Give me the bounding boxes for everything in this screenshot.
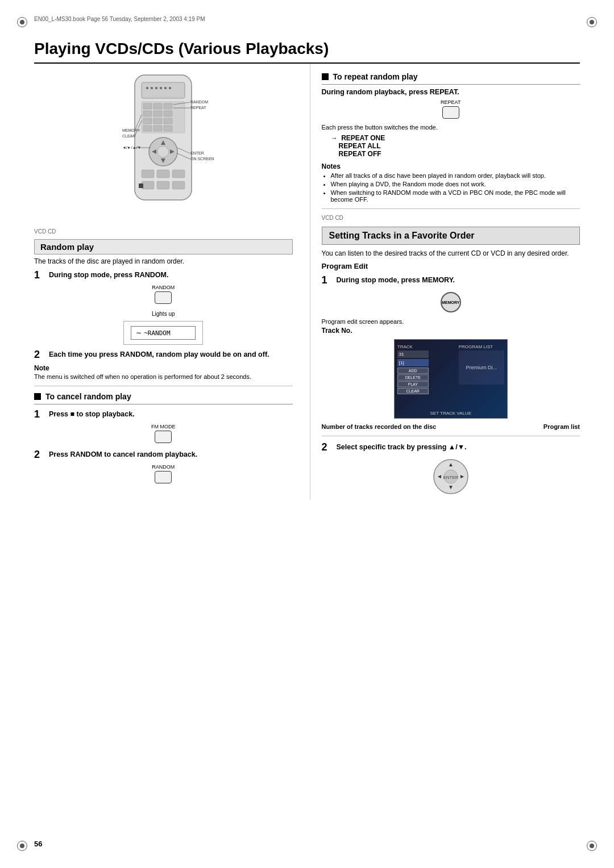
svg-text:RANDOM: RANDOM: [190, 100, 208, 104]
screen-delete-btn: DELETE: [397, 374, 429, 381]
program-step2-num: 2: [322, 442, 332, 452]
program-edit-title: Program Edit: [322, 262, 580, 270]
page-number: 56: [34, 840, 42, 848]
svg-text:◄/►/▲/▼: ◄/►/▲/▼: [122, 145, 142, 149]
note-title: Note: [34, 364, 293, 372]
cancel-step2-text: Press RANDOM to cancel random playback.: [49, 449, 197, 458]
black-square-icon: [34, 393, 41, 400]
right-column: To repeat random play During random play…: [310, 64, 580, 500]
notes-list: After all tracks of a disc have been pla…: [331, 172, 580, 203]
svg-rect-10: [154, 103, 162, 109]
random-cancel-btn-shape: [155, 471, 172, 483]
svg-rect-1: [142, 82, 185, 98]
cancel-step1: 1 Press ■ to stop playback.: [34, 409, 293, 419]
divider-right-2: [322, 436, 580, 436]
step1-text: During stop mode, press RANDOM.: [49, 270, 168, 279]
svg-rect-47: [139, 183, 143, 188]
svg-rect-28: [157, 170, 169, 178]
random-btn-label: RANDOM: [152, 285, 175, 290]
step2-num: 2: [34, 349, 44, 360]
repeat-black-square-icon: [322, 73, 329, 80]
screen-program-header: PROGRAM LIST: [459, 344, 504, 349]
random-play-note: Note The menu is switched off when no op…: [34, 364, 293, 380]
left-column: RANDOM REPEAT MEMORY CLEAR ◄/►/▲/▼ ENTER…: [34, 64, 293, 500]
screen-track-header: TRACK: [397, 344, 429, 349]
stop-btn-label: FM MODE: [151, 424, 176, 429]
svg-rect-16: [154, 118, 162, 124]
random-button-img: RANDOM: [34, 285, 293, 306]
caption-tracks: Number of tracks recorded on the disc: [322, 423, 437, 430]
random-display: ∼ ~RANDOM: [131, 326, 196, 340]
svg-rect-17: [164, 118, 172, 124]
svg-rect-29: [172, 170, 185, 178]
step1-num: 1: [34, 270, 44, 280]
svg-rect-11: [164, 103, 172, 109]
random-play-step1: 1 During stop mode, press RANDOM.: [34, 270, 293, 280]
page-title: Playing VCDs/CDs (Various Playbacks): [34, 40, 580, 64]
svg-text:▼: ▼: [448, 484, 454, 490]
caption-program-list: Program list: [544, 423, 580, 430]
random-play-step2: 2 Each time you press RANDOM, random pla…: [34, 349, 293, 360]
random-btn-shape: [155, 291, 172, 304]
svg-text:◄: ◄: [437, 473, 442, 479]
vcd-cd-label-right: VCD CD: [322, 215, 580, 221]
repeat-notes: Notes After all tracks of a disc have be…: [322, 162, 580, 203]
screen-program-area: Premium Di...: [459, 350, 504, 385]
screen-set-label: SET TRACK VALUE: [395, 411, 507, 416]
lights-up-container: Lights up ∼ ~RANDOM: [34, 309, 293, 345]
svg-rect-9: [143, 103, 152, 109]
svg-text:ON SCREEN: ON SCREEN: [190, 157, 214, 161]
memory-button-img: MEMORY: [322, 290, 580, 315]
cancel-random-heading: To cancel random play: [34, 392, 293, 404]
screen-track-col: TRACK 31 [1] ADD DELETE PLAY CLEAR: [397, 344, 429, 395]
corner-mark-bl: [17, 841, 27, 851]
screen-overlay: TRACK 31 [1] ADD DELETE PLAY CLEAR PROGR…: [395, 340, 507, 418]
repeat-button-img: REPEAT: [322, 99, 580, 120]
memory-btn-shape: MEMORY: [441, 292, 461, 312]
step2-text: Each time you press RANDOM, random play …: [49, 349, 269, 358]
screen-add-btn: ADD: [397, 368, 429, 374]
program-edit-screen-text: Program edit screen appears.: [322, 318, 580, 325]
svg-point-2: [146, 87, 148, 89]
svg-rect-12: [143, 111, 152, 116]
svg-rect-20: [164, 126, 172, 131]
svg-rect-19: [154, 126, 162, 131]
note-text: The menu is switched off when no operati…: [34, 373, 293, 380]
repeat-options: → REPEAT ONE REPEAT ALL REPEAT OFF: [331, 134, 580, 158]
setting-tracks-desc: You can listen to the desired tracks of …: [322, 249, 580, 257]
svg-rect-27: [142, 170, 154, 178]
lights-up-label: Lights up: [152, 311, 175, 317]
svg-text:▲: ▲: [448, 461, 454, 468]
cancel-step1-num: 1: [34, 409, 44, 419]
repeat-option-1: → REPEAT ONE: [331, 134, 580, 142]
notes-title: Notes: [322, 162, 580, 170]
random-play-heading: Random play: [34, 239, 293, 254]
svg-text:ENTER: ENTER: [443, 475, 458, 480]
divider-right: [322, 208, 580, 209]
vcd-cd-label-left: VCD CD: [34, 228, 293, 235]
nav-buttons: ▲ ▼ ◄ ► ENTER: [431, 457, 471, 496]
svg-text:ENTER: ENTER: [190, 151, 204, 155]
cancel-step1-text: Press ■ to stop playback.: [49, 409, 135, 418]
svg-rect-30: [142, 181, 154, 189]
svg-rect-31: [157, 181, 169, 189]
screen-track-31: 31: [397, 350, 429, 358]
repeat-btn-label: REPEAT: [441, 99, 460, 105]
screen-track-current: [1]: [397, 359, 429, 366]
svg-text:►: ►: [459, 473, 465, 479]
cancel-step2-num: 2: [34, 449, 44, 460]
svg-point-3: [151, 87, 153, 89]
repeat-option-3: REPEAT OFF: [339, 150, 580, 158]
random-cancel-btn-label: RANDOM: [152, 464, 175, 470]
remote-image-area: RANDOM REPEAT MEMORY CLEAR ◄/►/▲/▼ ENTER…: [34, 72, 293, 220]
track-no-label: Track No.: [322, 327, 580, 335]
program-edit-screen: TRACK 31 [1] ADD DELETE PLAY CLEAR PROGR…: [394, 339, 508, 419]
repeat-random-heading: To repeat random play: [322, 72, 580, 85]
divider-1: [34, 386, 293, 386]
program-step1: 1 During stop mode, press MEMORY.: [322, 275, 580, 285]
screen-program-col: PROGRAM LIST Premium Di...: [459, 344, 504, 386]
program-step1-num: 1: [322, 275, 332, 285]
svg-rect-18: [143, 126, 152, 131]
svg-text:REPEAT: REPEAT: [190, 106, 206, 110]
svg-point-4: [155, 87, 157, 89]
